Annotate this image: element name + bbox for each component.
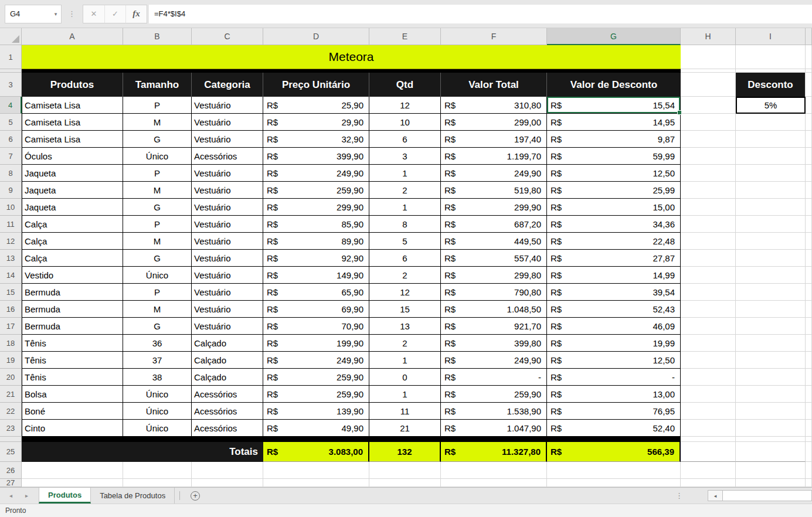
tab-produtos[interactable]: Produtos [39,488,91,504]
cell-H6[interactable] [681,131,736,148]
cell-C26[interactable] [192,462,263,479]
cell-I27[interactable] [736,479,806,487]
cell-A7[interactable]: Óculos [22,148,123,165]
cell-I12[interactable] [736,233,806,250]
cell-sliver[interactable] [806,437,812,442]
cell-H24[interactable] [681,437,736,442]
cell-E17[interactable]: 13 [369,318,441,335]
cell-C8[interactable]: Vestuário [192,165,263,182]
cell-G22[interactable]: R$76,95 [547,403,681,420]
insert-function-icon[interactable]: fx [125,5,147,23]
column-header-B[interactable]: B [123,28,192,45]
cell-G15[interactable]: R$39,54 [547,284,681,301]
cell-C5[interactable]: Vestuário [192,114,263,131]
cell-F23[interactable]: R$1.047,90 [441,420,547,437]
cell-C4[interactable]: Vestuário [192,97,263,114]
cell-F6[interactable]: R$197,40 [441,131,547,148]
cell-I11[interactable] [736,216,806,233]
cell-E19[interactable]: 1 [369,352,441,369]
cell-A22[interactable]: Boné [22,403,123,420]
cell-B14[interactable]: Único [123,267,192,284]
cell-E20[interactable]: 0 [369,369,441,386]
cell-E11[interactable]: 8 [369,216,441,233]
cell-sliver[interactable] [806,250,812,267]
cell-A20[interactable]: Tênis [22,369,123,386]
cell-H5[interactable] [681,114,736,131]
cell-B15[interactable]: P [123,284,192,301]
scrollbar-drag-dots-icon[interactable]: ⋮ [675,491,683,500]
cell-E14[interactable]: 2 [369,267,441,284]
row-header-8[interactable]: 8 [0,165,22,182]
cell-H3[interactable] [681,73,736,97]
cancel-icon[interactable]: ✕ [83,5,104,23]
cell-I19[interactable] [736,352,806,369]
cell-G21[interactable]: R$13,00 [547,386,681,403]
cell-H4[interactable] [681,97,736,114]
cell-D11[interactable]: R$85,90 [263,216,369,233]
cell-sliver[interactable] [806,403,812,420]
cell-B4[interactable]: P [123,97,192,114]
cell-H22[interactable] [681,403,736,420]
cell-F26[interactable] [441,462,547,479]
row-header-19[interactable]: 19 [0,352,22,369]
cell-B7[interactable]: Único [123,148,192,165]
cell-H26[interactable] [681,462,736,479]
row-header-4[interactable]: 4 [0,97,22,114]
row-header-17[interactable]: 17 [0,318,22,335]
cell-sliver[interactable] [806,479,812,487]
cell-C14[interactable]: Vestuário [192,267,263,284]
cell-E22[interactable]: 11 [369,403,441,420]
cell-B13[interactable]: G [123,250,192,267]
cell-D15[interactable]: R$65,90 [263,284,369,301]
cell-I9[interactable] [736,182,806,199]
cell-D23[interactable]: R$49,90 [263,420,369,437]
cell-D22[interactable]: R$139,90 [263,403,369,420]
cell-H20[interactable] [681,369,736,386]
cell-G5[interactable]: R$14,95 [547,114,681,131]
cell-A23[interactable]: Cinto [22,420,123,437]
cell-sliver[interactable] [806,335,812,352]
cell-E10[interactable]: 1 [369,199,441,216]
cell-G17[interactable]: R$46,09 [547,318,681,335]
row-header-20[interactable]: 20 [0,369,22,386]
cell-E7[interactable]: 3 [369,148,441,165]
cell-I26[interactable] [736,462,806,479]
column-header-C[interactable]: C [192,28,263,45]
cell-F11[interactable]: R$687,20 [441,216,547,233]
cell-I10[interactable] [736,199,806,216]
cell-E5[interactable]: 10 [369,114,441,131]
cell-C17[interactable]: Vestuário [192,318,263,335]
name-box[interactable]: G4 ▾ [5,5,62,23]
column-header-A[interactable]: A [22,28,123,45]
cell-sliver[interactable] [806,301,812,318]
cell-H21[interactable] [681,386,736,403]
cell-B20[interactable]: 38 [123,369,192,386]
table-header-3[interactable]: Preço Unitário [263,73,369,97]
desconto-value-cell[interactable]: 5% [736,97,806,114]
cell-A9[interactable]: Jaqueta [22,182,123,199]
cell-F14[interactable]: R$299,80 [441,267,547,284]
cell-H18[interactable] [681,335,736,352]
cell-B11[interactable]: P [123,216,192,233]
cell-D7[interactable]: R$399,90 [263,148,369,165]
cell-D19[interactable]: R$249,90 [263,352,369,369]
cell-D13[interactable]: R$92,90 [263,250,369,267]
cell-E6[interactable]: 6 [369,131,441,148]
column-header-H[interactable]: H [681,28,736,45]
row-header-24-hidden[interactable] [0,437,22,442]
cell-F15[interactable]: R$790,80 [441,284,547,301]
desconto-header-cell[interactable]: Desconto [736,73,806,97]
row-header-5[interactable]: 5 [0,114,22,131]
select-all-button[interactable] [0,28,22,45]
cell-E13[interactable]: 6 [369,250,441,267]
cell-sliver[interactable] [806,45,812,69]
cell-F27[interactable] [441,479,547,487]
cell-H12[interactable] [681,233,736,250]
row-header-6[interactable]: 6 [0,131,22,148]
cell-I8[interactable] [736,165,806,182]
tab-tabela-de-produtos[interactable]: Tabela de Produtos [91,488,175,504]
cell-C19[interactable]: Calçado [192,352,263,369]
cell-sliver[interactable] [806,462,812,479]
cell-sliver[interactable] [806,369,812,386]
cell-sliver[interactable] [806,386,812,403]
